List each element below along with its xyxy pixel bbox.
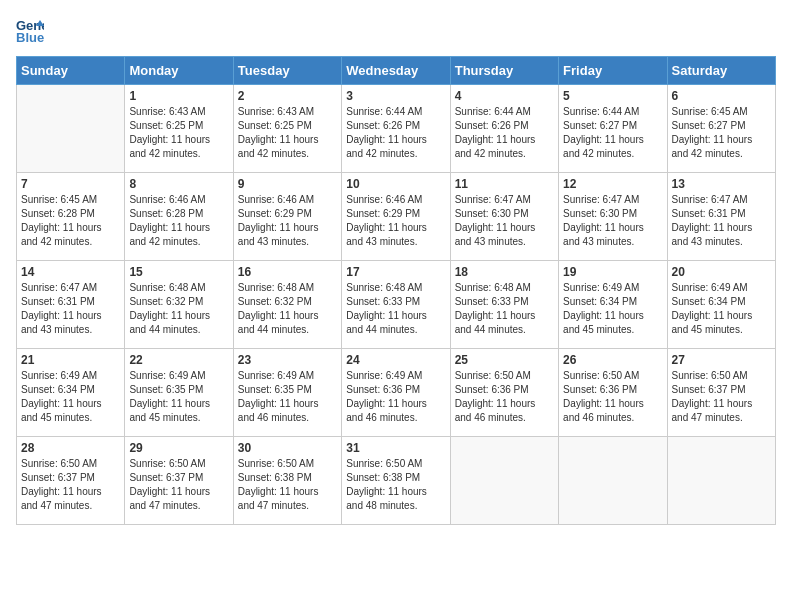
day-number: 17 — [346, 265, 445, 279]
day-number: 6 — [672, 89, 771, 103]
day-number: 29 — [129, 441, 228, 455]
day-cell: 19 Sunrise: 6:49 AM Sunset: 6:34 PM Dayl… — [559, 261, 667, 349]
day-cell: 28 Sunrise: 6:50 AM Sunset: 6:37 PM Dayl… — [17, 437, 125, 525]
day-info: Sunrise: 6:50 AM Sunset: 6:37 PM Dayligh… — [21, 457, 120, 513]
day-number: 31 — [346, 441, 445, 455]
day-info: Sunrise: 6:46 AM Sunset: 6:29 PM Dayligh… — [346, 193, 445, 249]
col-header-saturday: Saturday — [667, 57, 775, 85]
day-info: Sunrise: 6:47 AM Sunset: 6:30 PM Dayligh… — [563, 193, 662, 249]
day-cell: 17 Sunrise: 6:48 AM Sunset: 6:33 PM Dayl… — [342, 261, 450, 349]
day-cell: 13 Sunrise: 6:47 AM Sunset: 6:31 PM Dayl… — [667, 173, 775, 261]
day-info: Sunrise: 6:45 AM Sunset: 6:27 PM Dayligh… — [672, 105, 771, 161]
week-row-5: 28 Sunrise: 6:50 AM Sunset: 6:37 PM Dayl… — [17, 437, 776, 525]
day-info: Sunrise: 6:43 AM Sunset: 6:25 PM Dayligh… — [238, 105, 337, 161]
day-number: 25 — [455, 353, 554, 367]
day-number: 23 — [238, 353, 337, 367]
day-info: Sunrise: 6:48 AM Sunset: 6:33 PM Dayligh… — [455, 281, 554, 337]
col-header-thursday: Thursday — [450, 57, 558, 85]
day-cell: 23 Sunrise: 6:49 AM Sunset: 6:35 PM Dayl… — [233, 349, 341, 437]
day-cell: 2 Sunrise: 6:43 AM Sunset: 6:25 PM Dayli… — [233, 85, 341, 173]
day-number: 16 — [238, 265, 337, 279]
day-info: Sunrise: 6:50 AM Sunset: 6:37 PM Dayligh… — [129, 457, 228, 513]
calendar-header-row: SundayMondayTuesdayWednesdayThursdayFrid… — [17, 57, 776, 85]
day-cell: 31 Sunrise: 6:50 AM Sunset: 6:38 PM Dayl… — [342, 437, 450, 525]
day-cell — [17, 85, 125, 173]
day-number: 11 — [455, 177, 554, 191]
col-header-monday: Monday — [125, 57, 233, 85]
col-header-friday: Friday — [559, 57, 667, 85]
day-info: Sunrise: 6:49 AM Sunset: 6:34 PM Dayligh… — [21, 369, 120, 425]
day-cell: 24 Sunrise: 6:49 AM Sunset: 6:36 PM Dayl… — [342, 349, 450, 437]
day-info: Sunrise: 6:48 AM Sunset: 6:32 PM Dayligh… — [129, 281, 228, 337]
col-header-tuesday: Tuesday — [233, 57, 341, 85]
day-info: Sunrise: 6:49 AM Sunset: 6:36 PM Dayligh… — [346, 369, 445, 425]
day-info: Sunrise: 6:49 AM Sunset: 6:35 PM Dayligh… — [129, 369, 228, 425]
day-number: 14 — [21, 265, 120, 279]
day-number: 12 — [563, 177, 662, 191]
day-cell: 29 Sunrise: 6:50 AM Sunset: 6:37 PM Dayl… — [125, 437, 233, 525]
day-info: Sunrise: 6:47 AM Sunset: 6:30 PM Dayligh… — [455, 193, 554, 249]
day-number: 10 — [346, 177, 445, 191]
day-number: 13 — [672, 177, 771, 191]
day-cell: 21 Sunrise: 6:49 AM Sunset: 6:34 PM Dayl… — [17, 349, 125, 437]
day-number: 21 — [21, 353, 120, 367]
day-info: Sunrise: 6:44 AM Sunset: 6:26 PM Dayligh… — [346, 105, 445, 161]
day-info: Sunrise: 6:50 AM Sunset: 6:36 PM Dayligh… — [455, 369, 554, 425]
day-cell: 12 Sunrise: 6:47 AM Sunset: 6:30 PM Dayl… — [559, 173, 667, 261]
day-cell: 7 Sunrise: 6:45 AM Sunset: 6:28 PM Dayli… — [17, 173, 125, 261]
day-cell — [450, 437, 558, 525]
day-cell: 14 Sunrise: 6:47 AM Sunset: 6:31 PM Dayl… — [17, 261, 125, 349]
day-info: Sunrise: 6:50 AM Sunset: 6:38 PM Dayligh… — [346, 457, 445, 513]
page-header: General Blue — [16, 16, 776, 44]
day-info: Sunrise: 6:49 AM Sunset: 6:34 PM Dayligh… — [563, 281, 662, 337]
day-cell: 8 Sunrise: 6:46 AM Sunset: 6:28 PM Dayli… — [125, 173, 233, 261]
day-cell — [559, 437, 667, 525]
day-cell: 16 Sunrise: 6:48 AM Sunset: 6:32 PM Dayl… — [233, 261, 341, 349]
day-number: 4 — [455, 89, 554, 103]
day-cell: 1 Sunrise: 6:43 AM Sunset: 6:25 PM Dayli… — [125, 85, 233, 173]
day-info: Sunrise: 6:44 AM Sunset: 6:26 PM Dayligh… — [455, 105, 554, 161]
day-cell: 18 Sunrise: 6:48 AM Sunset: 6:33 PM Dayl… — [450, 261, 558, 349]
day-cell: 20 Sunrise: 6:49 AM Sunset: 6:34 PM Dayl… — [667, 261, 775, 349]
day-info: Sunrise: 6:47 AM Sunset: 6:31 PM Dayligh… — [21, 281, 120, 337]
week-row-4: 21 Sunrise: 6:49 AM Sunset: 6:34 PM Dayl… — [17, 349, 776, 437]
day-info: Sunrise: 6:50 AM Sunset: 6:36 PM Dayligh… — [563, 369, 662, 425]
day-info: Sunrise: 6:50 AM Sunset: 6:37 PM Dayligh… — [672, 369, 771, 425]
day-number: 28 — [21, 441, 120, 455]
logo-icon: General Blue — [16, 16, 44, 44]
day-info: Sunrise: 6:47 AM Sunset: 6:31 PM Dayligh… — [672, 193, 771, 249]
day-number: 26 — [563, 353, 662, 367]
day-cell: 4 Sunrise: 6:44 AM Sunset: 6:26 PM Dayli… — [450, 85, 558, 173]
day-number: 18 — [455, 265, 554, 279]
day-number: 2 — [238, 89, 337, 103]
day-cell: 15 Sunrise: 6:48 AM Sunset: 6:32 PM Dayl… — [125, 261, 233, 349]
day-number: 30 — [238, 441, 337, 455]
week-row-3: 14 Sunrise: 6:47 AM Sunset: 6:31 PM Dayl… — [17, 261, 776, 349]
col-header-sunday: Sunday — [17, 57, 125, 85]
svg-text:Blue: Blue — [16, 30, 44, 44]
day-info: Sunrise: 6:50 AM Sunset: 6:38 PM Dayligh… — [238, 457, 337, 513]
day-number: 3 — [346, 89, 445, 103]
day-number: 22 — [129, 353, 228, 367]
day-cell: 3 Sunrise: 6:44 AM Sunset: 6:26 PM Dayli… — [342, 85, 450, 173]
day-number: 5 — [563, 89, 662, 103]
day-cell: 5 Sunrise: 6:44 AM Sunset: 6:27 PM Dayli… — [559, 85, 667, 173]
day-number: 24 — [346, 353, 445, 367]
week-row-1: 1 Sunrise: 6:43 AM Sunset: 6:25 PM Dayli… — [17, 85, 776, 173]
logo: General Blue — [16, 16, 48, 44]
day-info: Sunrise: 6:43 AM Sunset: 6:25 PM Dayligh… — [129, 105, 228, 161]
day-number: 9 — [238, 177, 337, 191]
day-cell: 26 Sunrise: 6:50 AM Sunset: 6:36 PM Dayl… — [559, 349, 667, 437]
day-cell: 27 Sunrise: 6:50 AM Sunset: 6:37 PM Dayl… — [667, 349, 775, 437]
day-info: Sunrise: 6:45 AM Sunset: 6:28 PM Dayligh… — [21, 193, 120, 249]
day-cell: 30 Sunrise: 6:50 AM Sunset: 6:38 PM Dayl… — [233, 437, 341, 525]
day-info: Sunrise: 6:48 AM Sunset: 6:33 PM Dayligh… — [346, 281, 445, 337]
calendar-table: SundayMondayTuesdayWednesdayThursdayFrid… — [16, 56, 776, 525]
day-cell: 9 Sunrise: 6:46 AM Sunset: 6:29 PM Dayli… — [233, 173, 341, 261]
day-number: 15 — [129, 265, 228, 279]
day-cell: 22 Sunrise: 6:49 AM Sunset: 6:35 PM Dayl… — [125, 349, 233, 437]
day-info: Sunrise: 6:44 AM Sunset: 6:27 PM Dayligh… — [563, 105, 662, 161]
day-info: Sunrise: 6:48 AM Sunset: 6:32 PM Dayligh… — [238, 281, 337, 337]
day-cell — [667, 437, 775, 525]
day-cell: 25 Sunrise: 6:50 AM Sunset: 6:36 PM Dayl… — [450, 349, 558, 437]
